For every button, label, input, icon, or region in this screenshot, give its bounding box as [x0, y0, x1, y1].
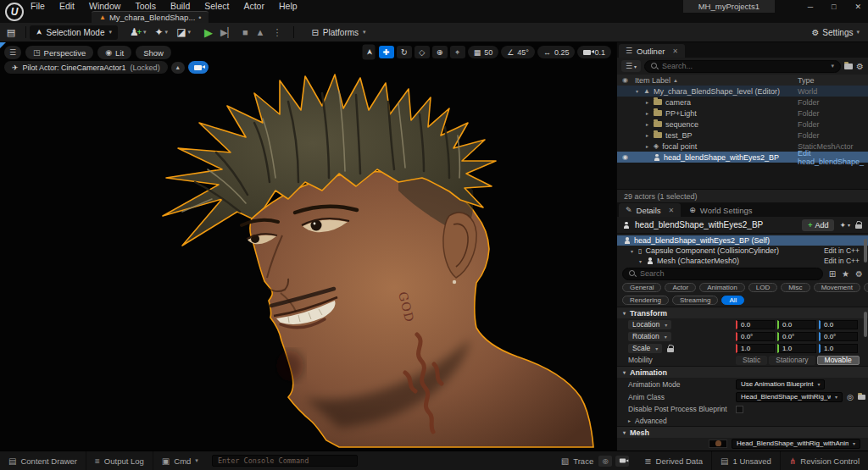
anim-class-dropdown[interactable]: Head_BlendShape_withRig_withAr ▾: [736, 392, 843, 402]
rotation-z-field[interactable]: 0.0°: [819, 332, 858, 341]
level-viewport[interactable]: GOD: [0, 42, 616, 451]
menu-help[interactable]: Help: [279, 1, 298, 11]
chip-misc[interactable]: Misc: [781, 283, 810, 292]
details-search-input[interactable]: Search: [622, 268, 823, 280]
eye-icon[interactable]: ◉: [622, 76, 628, 84]
section-mesh[interactable]: ▾ Mesh: [617, 426, 868, 438]
location-y-field[interactable]: 0.0: [777, 320, 816, 329]
edit-blueprint-link[interactable]: Edit head_blendShape_: [798, 149, 868, 166]
viewport-options-menu[interactable]: ☰: [4, 46, 21, 59]
section-transform[interactable]: ▾ Transform: [617, 307, 868, 318]
grid-snap-control[interactable]: ▦ 50: [468, 46, 499, 58]
menu-build[interactable]: Build: [170, 1, 190, 11]
chip-movement[interactable]: Movement: [814, 283, 860, 292]
edit-in-cpp-link[interactable]: Edit in C++: [824, 246, 860, 255]
menu-file[interactable]: File: [31, 1, 45, 11]
unreal-logo-icon[interactable]: U: [5, 3, 24, 21]
tab-outliner[interactable]: ☰ Outliner ✕: [619, 44, 685, 58]
outliner-filter-button[interactable]: ☰ ▾: [621, 60, 641, 72]
animation-mode-dropdown[interactable]: Use Animation Blueprint ▾: [736, 379, 825, 390]
skeletal-mesh-dropdown[interactable]: Head_BlendShape_withRig_withAnim_wi ▾: [732, 439, 860, 449]
location-z-field[interactable]: 0.0: [819, 320, 858, 329]
scale-snap-control[interactable]: ↔ 0.25: [537, 46, 576, 58]
settings-dropdown[interactable]: ⚙ Settings ▾: [811, 28, 860, 37]
cmd-dropdown[interactable]: ▣ Cmd ▾: [153, 451, 207, 470]
stop-piloting-button[interactable]: ▲: [171, 62, 185, 74]
pilot-camera-toggle[interactable]: [188, 61, 209, 74]
chip-all[interactable]: All: [721, 296, 744, 305]
tab-details[interactable]: ✎ Details ✕: [619, 203, 681, 217]
save-button[interactable]: ▤: [0, 27, 22, 38]
rotation-x-field[interactable]: 0.0°: [736, 332, 775, 341]
scale-lock-icon[interactable]: [667, 345, 674, 352]
item-label-column[interactable]: Item Label: [635, 76, 670, 85]
select-tool-button[interactable]: ➤: [362, 45, 375, 60]
eye-icon[interactable]: ◉: [622, 153, 636, 161]
screenshot-icon-button[interactable]: ◎: [598, 456, 612, 467]
expander-icon[interactable]: ▾: [631, 248, 638, 254]
chip-general[interactable]: General: [622, 283, 661, 292]
table-row[interactable]: ▸ test_BP Folder: [617, 130, 868, 141]
unsaved-button[interactable]: ▤ 1 Unsaved: [712, 451, 781, 470]
create-folder-button[interactable]: [844, 64, 853, 69]
lock-icon[interactable]: [855, 221, 862, 229]
cinematics-button[interactable]: ◪ ▾: [176, 26, 191, 38]
content-drawer-button[interactable]: ▤ Content Drawer: [0, 451, 86, 470]
rotation-snap-control[interactable]: ∠ 45°: [501, 46, 535, 58]
location-x-field[interactable]: 0.0: [736, 320, 775, 329]
mesh-thumbnail[interactable]: [709, 440, 727, 448]
edit-in-cpp-link[interactable]: Edit in C++: [824, 257, 860, 265]
close-icon[interactable]: ✕: [669, 207, 675, 214]
level-tab[interactable]: ▲ My_chara_BlendShap... •: [92, 11, 209, 23]
chip-physics[interactable]: Physics: [864, 283, 868, 292]
mobility-static-button[interactable]: Static: [736, 356, 767, 365]
menu-select[interactable]: Select: [204, 1, 229, 11]
world-local-toggle[interactable]: ⊕: [432, 46, 448, 58]
platforms-dropdown[interactable]: ⊟ Platforms ▾: [311, 28, 365, 37]
details-settings-icon[interactable]: ⚙: [855, 269, 863, 279]
menu-actor[interactable]: Actor: [243, 1, 264, 11]
close-icon[interactable]: ✕: [672, 47, 678, 55]
character-head-render[interactable]: GOD: [0, 42, 616, 451]
table-row[interactable]: ▾ ▲ My_chara_BlendShape_level (Editor) W…: [617, 86, 868, 97]
table-row[interactable]: ▸ camera Folder: [617, 97, 868, 108]
favorites-icon[interactable]: ★: [842, 269, 849, 279]
type-column[interactable]: Type: [798, 76, 815, 85]
tab-world-settings[interactable]: ⊕ World Settings: [682, 203, 759, 217]
show-dropdown[interactable]: Show: [136, 46, 171, 59]
rotate-tool-button[interactable]: ↻: [397, 46, 412, 58]
disable-post-process-checkbox[interactable]: [736, 406, 743, 413]
console-command-input[interactable]: Enter Console Command: [212, 455, 358, 467]
chip-lod[interactable]: LOD: [748, 283, 777, 292]
browse-icon[interactable]: [858, 395, 865, 400]
table-row-selected[interactable]: ◉ head_blendShape_withEyes2_BP Edit head…: [617, 152, 868, 163]
eject-button[interactable]: ▲: [256, 27, 265, 37]
table-row[interactable]: ▸ sequence Folder: [617, 119, 868, 130]
mobility-stationary-button[interactable]: Stationary: [769, 356, 815, 365]
component-row[interactable]: ▾ Mesh (CharacterMesh0) Edit in C++: [617, 256, 868, 266]
outliner-settings-button[interactable]: ⚙: [856, 62, 864, 71]
blueprint-edit-button[interactable]: ✦ ▾: [839, 221, 850, 229]
mobility-movable-button[interactable]: Movable: [817, 356, 860, 365]
view-mode-dropdown[interactable]: ◉ Lit: [97, 46, 131, 59]
add-component-button[interactable]: + Add: [802, 219, 834, 231]
pilot-actor-indicator[interactable]: ✈ Pilot Actor: CineCameraActor1 (Locked): [4, 61, 168, 74]
output-log-button[interactable]: ≡ Output Log: [86, 451, 153, 470]
scale-x-field[interactable]: 1.0: [736, 344, 775, 353]
add-actor-button[interactable]: ♟+ ▾: [130, 26, 147, 38]
menu-tools[interactable]: Tools: [135, 1, 156, 11]
rotation-y-field[interactable]: 0.0°: [777, 332, 816, 341]
skip-button[interactable]: ▶▏: [220, 27, 235, 38]
play-options-kebab[interactable]: ⋮: [272, 27, 281, 38]
derived-data-button[interactable]: ≣ Derived Data: [636, 451, 712, 470]
component-row[interactable]: ▾ ▯ Capsule Component (CollisionCylinder…: [617, 246, 868, 256]
chip-actor[interactable]: Actor: [665, 283, 696, 292]
maximize-button[interactable]: □: [832, 3, 836, 11]
components-scrollbar[interactable]: [864, 239, 867, 263]
section-animation[interactable]: ▾ Animation: [617, 366, 868, 378]
matrix-icon[interactable]: ⊞: [829, 269, 836, 279]
move-tool-button[interactable]: ✚: [379, 46, 394, 58]
close-button[interactable]: ✕: [854, 3, 861, 11]
minimize-button[interactable]: ─: [808, 3, 813, 11]
camera-icon-button[interactable]: [615, 456, 629, 467]
